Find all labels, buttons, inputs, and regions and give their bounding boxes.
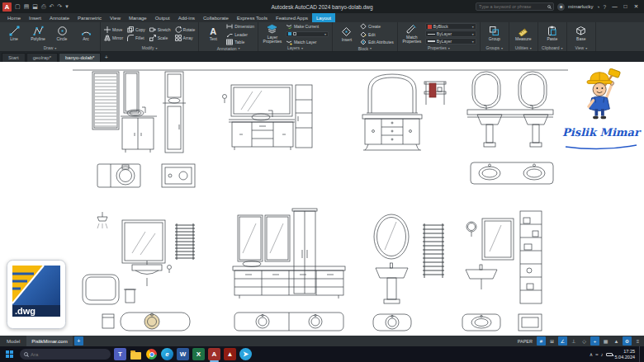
linetype-dropdown[interactable]: ByLayer▾ xyxy=(425,31,476,37)
arc-button[interactable]: Arc xyxy=(75,26,97,41)
copy-button[interactable]: Copy xyxy=(127,26,145,33)
grid-toggle-icon[interactable]: # xyxy=(537,336,546,346)
ribbon-tab-insert[interactable]: Insert xyxy=(25,13,45,22)
ribbon-tab-parametric[interactable]: Parametric xyxy=(73,13,106,22)
new-drawing-tab-button[interactable]: + xyxy=(102,53,111,62)
polar-tracking-icon[interactable]: ∠ xyxy=(558,336,567,346)
make-current-button[interactable]: Make Current xyxy=(286,23,329,30)
panel-layers-footer[interactable]: Layers▾ xyxy=(258,45,332,52)
ortho-toggle-icon[interactable]: ⊥ xyxy=(569,336,578,346)
object-color-dropdown[interactable]: ByBlock▾ xyxy=(425,23,476,30)
undo-icon[interactable]: ↶ xyxy=(48,3,54,10)
ribbon-tab-collaborate[interactable]: Collaborate xyxy=(199,13,233,22)
plan-view-double-basin-counter[interactable] xyxy=(234,313,343,331)
plan-view-pedestal-sink[interactable] xyxy=(373,314,411,331)
match-properties-button[interactable]: Match Properties xyxy=(401,24,423,45)
new-layout-button[interactable]: + xyxy=(74,336,83,346)
autocad-logo-icon[interactable]: A xyxy=(2,2,12,12)
acrobat-icon[interactable]: ▲ xyxy=(224,348,236,360)
edit-attributes-button[interactable]: Edit Attributes xyxy=(360,39,394,45)
ribbon-tab-featured-apps[interactable]: Featured Apps xyxy=(272,13,312,22)
redo-icon[interactable]: ↷ xyxy=(56,3,63,10)
plot-icon[interactable]: ⎙ xyxy=(40,3,47,10)
bathroom-scene[interactable] xyxy=(83,212,195,304)
customization-icon[interactable]: ≡ xyxy=(633,336,642,346)
drawing-canvas[interactable]: Pislik Mimar .dwg xyxy=(0,62,644,336)
help-icon[interactable]: ? xyxy=(603,4,606,10)
open-file-icon[interactable]: ▤ xyxy=(23,3,31,10)
base-button[interactable]: Base xyxy=(571,26,592,41)
louver-cabinet-vanity[interactable] xyxy=(92,72,157,153)
polyline-button[interactable]: Polyline xyxy=(27,26,49,41)
plan-view-double-sink[interactable] xyxy=(471,162,553,184)
file-tab-start[interactable]: Start xyxy=(2,53,26,62)
ribbon-tab-output[interactable]: Output xyxy=(151,13,174,22)
account-avatar[interactable]: ☻ xyxy=(557,3,565,11)
mirror-shelf-sink[interactable] xyxy=(466,211,542,303)
move-button[interactable]: Move xyxy=(104,26,123,33)
plan-view-cabinet-mid[interactable] xyxy=(162,164,195,187)
ribbon-tab-view[interactable]: View xyxy=(106,13,125,22)
restore-button[interactable]: □ xyxy=(620,3,631,10)
taskbar-search-input[interactable] xyxy=(31,352,107,357)
wall-shelf-towel[interactable] xyxy=(424,82,446,105)
taskbar-clock[interactable]: 17:25 5.04.2024 xyxy=(615,349,637,360)
double-vanity[interactable] xyxy=(467,72,553,147)
lineweight-toggle-icon[interactable]: ▦ xyxy=(601,336,610,346)
lineweight-dropdown[interactable]: ByLayer▾ xyxy=(425,38,476,45)
tall-cabinet-vessel-sink[interactable] xyxy=(163,72,186,153)
panel-block-footer[interactable]: Block▾ xyxy=(333,45,397,51)
rotate-button[interactable]: Rotate xyxy=(175,26,196,33)
word-icon[interactable]: W xyxy=(177,348,189,360)
file-tab-banyo-dolab[interactable]: banyo-dolab* xyxy=(59,53,101,62)
match-layer-button[interactable]: Match Layer xyxy=(286,39,329,45)
chrome-icon[interactable] xyxy=(145,348,158,360)
workspace-icon[interactable]: ⚙ xyxy=(623,336,632,346)
volume-icon[interactable]: ♪ xyxy=(601,352,604,357)
panel-modify-footer[interactable]: Modify▾ xyxy=(101,45,198,51)
dimension-button[interactable]: Dimension xyxy=(226,23,254,30)
text-button[interactable]: A Text xyxy=(202,26,224,41)
ribbon-tab-annotate[interactable]: Annotate xyxy=(45,13,73,22)
model-tab[interactable]: Model xyxy=(2,336,25,346)
snap-toggle-icon[interactable]: ⊞ xyxy=(547,336,556,346)
modern-vanity[interactable] xyxy=(233,209,345,299)
help-search-input[interactable] xyxy=(479,4,546,9)
show-desktop-button[interactable] xyxy=(639,346,642,362)
plan-view-oval-basin[interactable] xyxy=(462,314,542,331)
insert-block-button[interactable]: Insert xyxy=(336,26,358,42)
excel-icon[interactable]: X xyxy=(192,348,205,360)
stretch-button[interactable]: Stretch xyxy=(149,26,171,33)
plan-view-round-basin[interactable] xyxy=(102,313,190,331)
taskbar-search[interactable] xyxy=(20,349,111,360)
ribbon-tab-layout-active[interactable]: Layout xyxy=(312,13,335,22)
classic-vanity-arched-mirror[interactable] xyxy=(362,74,422,150)
new-file-icon[interactable]: ▢ xyxy=(14,3,21,10)
leader-button[interactable]: Leader xyxy=(226,31,254,38)
layout-tab-pislikmimar[interactable]: PislikMimar.com xyxy=(26,336,72,346)
ribbon-tab-manage[interactable]: Manage xyxy=(125,13,151,22)
layer-properties-button[interactable]: Layer Properties xyxy=(262,24,283,45)
account-name[interactable]: mimarlucky xyxy=(568,4,593,9)
cad-drawing[interactable] xyxy=(0,62,644,336)
measure-button[interactable]: Measure xyxy=(513,26,534,41)
line-button[interactable]: Line xyxy=(3,26,25,41)
battery-icon[interactable] xyxy=(606,353,613,356)
file-explorer-icon[interactable] xyxy=(130,348,142,360)
create-block-button[interactable]: Create xyxy=(360,23,394,30)
start-button[interactable] xyxy=(2,347,17,361)
network-icon[interactable]: ≈ xyxy=(595,352,598,357)
scale-button[interactable]: Scale xyxy=(149,35,171,41)
fillet-button[interactable]: Fillet xyxy=(127,35,145,41)
help-search[interactable] xyxy=(476,2,554,11)
minimize-button[interactable]: — xyxy=(609,3,620,10)
file-tab-geolrap[interactable]: geolrap* xyxy=(26,53,58,62)
layer-dropdown[interactable]: ▾ xyxy=(286,31,329,38)
panel-clipboard-footer[interactable]: Clipboard▾ xyxy=(538,45,566,51)
panel-properties-footer[interactable]: Properties▾ xyxy=(398,45,480,51)
qat-dropdown-icon[interactable]: ▾ xyxy=(64,3,69,10)
circle-button[interactable]: Circle xyxy=(51,26,73,41)
panel-utilities-footer[interactable]: Utilities▾ xyxy=(509,45,537,51)
notifications-icon[interactable]: ◔ xyxy=(596,4,599,10)
panel-annotation-footer[interactable]: Annotation▾ xyxy=(199,45,258,51)
